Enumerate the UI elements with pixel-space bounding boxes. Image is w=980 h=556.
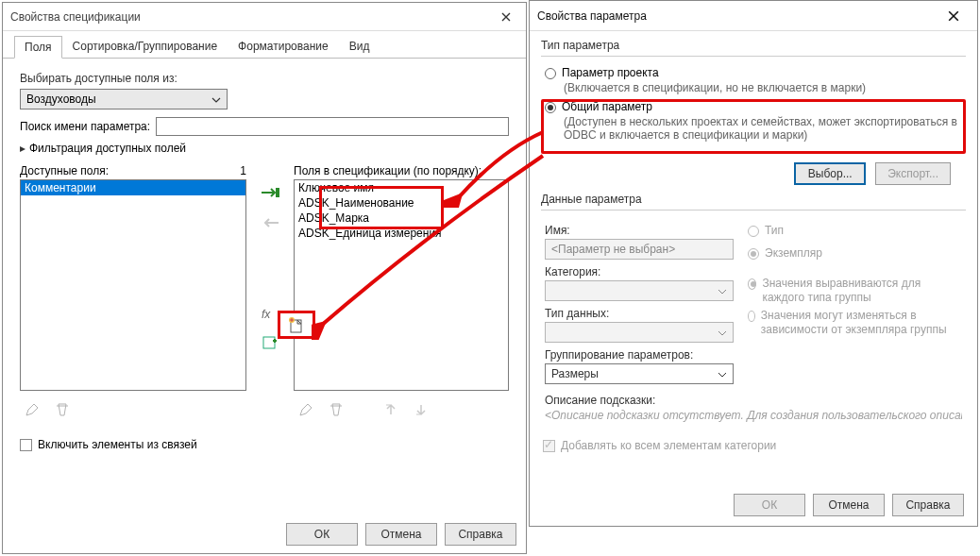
checkbox-icon <box>543 440 555 452</box>
tooltip-text: <Описание подсказки отсутствует. Для соз… <box>545 409 962 422</box>
tab-body: Выбирать доступные поля из: Воздуховоды … <box>3 59 526 461</box>
dialog-title: Свойства спецификации <box>10 10 494 24</box>
filter-row[interactable]: ▸ Фильтрация доступных полей <box>20 142 509 155</box>
grouping-field[interactable]: Размеры <box>545 363 734 384</box>
name-field: <Параметр не выбран> <box>545 239 734 260</box>
search-input[interactable] <box>156 117 509 136</box>
add-to-all-label: Добавлять ко всем элементам категории <box>561 439 776 452</box>
chevron-down-icon <box>718 284 727 297</box>
radio-label: Значения выравниваются для каждого типа … <box>762 277 962 305</box>
grouping-label: Группирование параметров: <box>545 348 738 362</box>
search-label: Поиск имени параметра: <box>20 120 150 133</box>
include-links-checkbox[interactable]: Включить элементы из связей <box>20 438 246 451</box>
radio-icon <box>748 226 759 237</box>
ok-button: ОК <box>734 494 805 516</box>
radio-label: Тип <box>765 224 784 237</box>
category-label: Категория: <box>545 265 738 278</box>
datatype-field <box>545 322 734 343</box>
radio-label: Значения могут изменяться в зависимости … <box>761 309 962 337</box>
project-parameter-radio[interactable]: Параметр проекта <box>545 66 962 79</box>
checkbox-icon <box>20 439 32 451</box>
radio-icon <box>748 278 756 290</box>
radio-icon <box>748 248 759 260</box>
help-button[interactable]: Справка <box>445 523 516 546</box>
radio-label: Экземпляр <box>765 246 822 260</box>
available-fields-label: Доступные поля: <box>20 164 109 177</box>
help-button[interactable]: Справка <box>892 494 964 516</box>
vary-by-instance-radio: Значения могут изменяться в зависимости … <box>748 309 962 337</box>
edit-icon <box>294 398 318 421</box>
group-label: Данные параметра <box>541 193 966 206</box>
select-button[interactable]: Выбор... <box>794 162 866 185</box>
tab-sorting[interactable]: Сортировка/Группирование <box>62 35 228 58</box>
chevron-down-icon <box>718 367 727 380</box>
group-label: Тип параметра <box>541 39 966 52</box>
ok-button[interactable]: ОК <box>286 523 358 546</box>
export-button: Экспорт... <box>875 162 951 185</box>
annotation-frame <box>541 99 966 154</box>
radio-label: Параметр проекта <box>562 66 659 79</box>
available-fields-count: 1 <box>240 164 246 177</box>
close-icon[interactable] <box>938 5 970 27</box>
schedule-properties-dialog: Свойства спецификации Поля Сортировка/Гр… <box>2 2 527 554</box>
radio-icon <box>748 311 755 322</box>
svg-rect-2 <box>263 337 275 348</box>
delete-icon <box>50 398 75 421</box>
spec-fields-label: Поля в спецификации (по порядку): <box>294 164 482 177</box>
available-fields-list[interactable]: Комментарии <box>20 179 246 391</box>
search-row: Поиск имени параметра: <box>20 117 509 136</box>
project-param-hint: (Включается в спецификации, но не включа… <box>564 81 962 94</box>
align-by-type-radio: Значения выравниваются для каждого типа … <box>748 277 962 305</box>
svg-rect-0 <box>276 188 279 197</box>
cancel-button[interactable]: Отмена <box>365 523 437 546</box>
remove-field-icon[interactable] <box>258 211 282 234</box>
dialog-footer: ОК Отмена Справка <box>734 494 964 516</box>
instance-radio: Экземпляр <box>748 246 962 260</box>
titlebar: Свойства параметра <box>530 1 977 31</box>
list-item[interactable]: ADSK_Марка <box>295 211 508 226</box>
category-select[interactable]: Воздуховоды <box>20 89 228 110</box>
dialog-footer: ОК Отмена Справка <box>286 523 516 546</box>
filter-label: Фильтрация доступных полей <box>29 142 186 155</box>
include-links-label: Включить элементы из связей <box>38 438 197 451</box>
list-item[interactable]: Комментарии <box>21 180 245 195</box>
tab-view[interactable]: Вид <box>339 35 380 58</box>
spec-fields-list[interactable]: Ключевое имя ADSK_Наименование ADSK_Марк… <box>294 179 509 391</box>
radio-icon <box>545 68 556 79</box>
tab-formatting[interactable]: Форматирование <box>228 35 339 58</box>
tooltip-label: Описание подсказки: <box>545 394 962 407</box>
list-item[interactable]: ADSK_Единица измерения <box>295 226 508 241</box>
chevron-down-icon <box>211 93 221 106</box>
move-up-icon <box>379 398 403 421</box>
add-field-icon[interactable] <box>258 181 282 204</box>
name-label: Имя: <box>545 224 738 237</box>
tabs: Поля Сортировка/Группирование Форматиров… <box>3 31 526 59</box>
list-item[interactable]: ADSK_Наименование <box>295 195 508 211</box>
tab-fields[interactable]: Поля <box>14 36 62 59</box>
new-parameter-button[interactable] <box>278 311 315 339</box>
pick-from-label: Выбирать доступные поля из: <box>20 72 509 85</box>
category-field <box>545 280 734 301</box>
cancel-button[interactable]: Отмена <box>813 494 885 516</box>
svg-text:fx: fx <box>262 308 271 321</box>
expand-icon: ▸ <box>20 142 25 155</box>
type-radio: Тип <box>748 224 962 237</box>
close-icon[interactable] <box>494 7 518 27</box>
move-down-icon <box>409 398 433 421</box>
edit-icon <box>20 398 44 421</box>
list-item[interactable]: Ключевое имя <box>295 180 508 195</box>
category-select-value: Воздуховоды <box>26 93 96 106</box>
dialog-title: Свойства параметра <box>537 9 938 23</box>
titlebar: Свойства спецификации <box>3 3 526 31</box>
parameter-properties-dialog: Свойства параметра Тип параметра Парамет… <box>529 0 978 527</box>
datatype-label: Тип данных: <box>545 307 738 320</box>
chevron-down-icon <box>718 326 727 339</box>
delete-icon <box>324 398 348 421</box>
add-to-all-checkbox: Добавлять ко всем элементам категории <box>543 439 977 452</box>
